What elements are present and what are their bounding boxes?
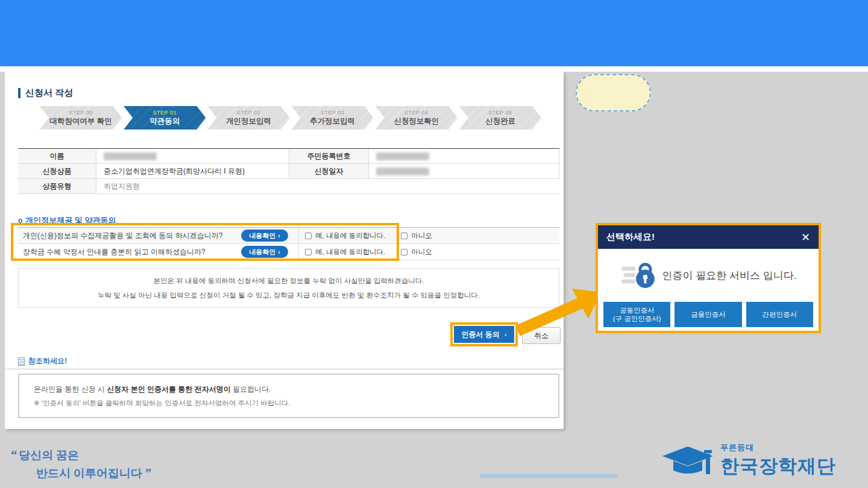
application-form-card: 신청서 작성 STEP 00 대학참여여부 확인 STEP 01 약관동의 ST… <box>5 72 564 429</box>
step-number: STEP 03 <box>321 110 344 116</box>
modal-header: 선택하세요! ✕ <box>598 225 819 249</box>
step-01-terms-agreement: STEP 01 약관동의 <box>124 106 206 130</box>
close-quote: ” <box>145 466 151 480</box>
rrn-label: 주민등록번호 <box>289 149 369 164</box>
applicant-info-table: 이름 주민등록번호 신청상품 중소기업취업연계장학금(희망사다리 I 유형) 신… <box>18 148 559 194</box>
financial-certificate-button[interactable]: 금융인증서 <box>675 302 741 327</box>
chevron-right-icon: › <box>278 249 280 255</box>
step-label: 추가정보입력 <box>310 116 355 127</box>
consent-section-title: o 개인정보제공 및 약관동의 <box>18 215 116 226</box>
consent-question: 개인(신용)정보의 수집제공활용 및 조회에 동의 하시겠습니까? <box>18 231 241 241</box>
consent-table: 개인(신용)정보의 수집제공활용 및 조회에 동의 하시겠습니까? 내용확인 ›… <box>18 227 559 260</box>
foundation-logo: 푸른등대 한국장학재단 <box>660 442 836 479</box>
title-accent-bar <box>18 88 20 98</box>
logo-tagline: 푸른등대 <box>720 442 836 453</box>
button-sublabel: (구 공인인증서) <box>613 315 661 322</box>
certificate-modal: 선택하세요! ✕ 인증이 필요한 서비스 입니다. 공동인증서 (구 공인인증서… <box>596 223 821 333</box>
chevron-right-icon: › <box>505 331 507 338</box>
joint-certificate-button[interactable]: 공동인증서 (구 공인인증서) <box>603 302 670 327</box>
step-label: 신청완료 <box>485 116 515 127</box>
redacted-rrn <box>376 152 429 160</box>
yes-label: 예, 내용에 동의합니다. <box>315 248 385 257</box>
view-content-label: 내용확인 <box>249 231 275 240</box>
step-05-complete: STEP 05 신청완료 <box>459 106 541 130</box>
close-icon[interactable]: ✕ <box>801 232 810 243</box>
agree-button-label: 인증서 동의 <box>461 330 499 340</box>
button-label: 공동인증서 <box>620 307 655 314</box>
step-number: STEP 02 <box>237 110 260 116</box>
certificate-agree-button[interactable]: 인증서 동의 › <box>454 326 514 343</box>
top-header-bar <box>0 0 868 66</box>
logo-text: 푸른등대 한국장학재단 <box>720 442 836 479</box>
consent-question: 장학금 수혜 약정서 안내를 충분히 읽고 이해하셨습니까? <box>18 247 241 257</box>
chevron-right-icon: › <box>278 233 280 239</box>
product-value: 중소기업취업연계장학금(희망사다리 I 유형) <box>96 164 289 179</box>
step-label: 신청정보확인 <box>394 116 439 127</box>
reference-box: 온라인을 통한 신청 시 신청자 본인 인증서를 통한 전자서명이 필요합니다.… <box>18 374 559 418</box>
screen: { "page": { "title": "신청서 작성" }, "steps"… <box>0 0 868 488</box>
lock-icon <box>620 261 655 290</box>
footer-slogan: “ 당신의 꿈은 반드시 이루어집니다 ” <box>11 446 150 483</box>
no-label: 아니오 <box>411 231 432 240</box>
checkbox-yes-2[interactable] <box>305 249 312 255</box>
step-03-additional-info: STEP 03 추가정보입력 <box>292 106 374 130</box>
checkbox-no-2[interactable] <box>401 249 407 255</box>
arrow-annotation <box>509 280 606 340</box>
redacted-date <box>376 167 429 175</box>
date-label: 신청일자 <box>289 164 369 179</box>
step-number: STEP 01 <box>153 110 177 116</box>
consent-choices: 예, 내용에 동의합니다. 아니오 <box>298 244 559 260</box>
checkbox-no-1[interactable] <box>401 233 407 239</box>
header-divider <box>0 66 868 72</box>
modal-body: 인증이 필요한 서비스 입니다. <box>598 249 819 302</box>
step-02-personal-info: STEP 02 개인정보입력 <box>207 106 289 130</box>
reference-line-2: ※ '인증서 동의' 버튼을 클릭하여 희망하는 인증서로 전자서명하여 주시기… <box>34 399 558 408</box>
certificate-options: 공동인증서 (구 공인인증서) 금융인증서 간편인증서 <box>598 302 819 327</box>
step-label: 대학참여여부 확인 <box>49 116 112 127</box>
consent-row-agreement: 장학금 수혜 약정서 안내를 충분히 읽고 이해하셨습니까? 내용확인 › 예,… <box>18 244 559 260</box>
highlight-box-agree-button: 인증서 동의 › <box>450 322 518 346</box>
step-number: STEP 05 <box>488 110 512 116</box>
reference-divider <box>5 369 564 369</box>
button-label: 간편인증서 <box>763 311 797 318</box>
notice-line-1: 본인은 위 내용에 동의하며 신청서에 필요한 정보를 누락 없이 사실만을 입… <box>153 277 424 286</box>
reference-title: 참조하세요! <box>28 356 67 366</box>
view-content-button-1[interactable]: 내용확인 › <box>241 230 288 242</box>
step-00-university-check: STEP 00 대학참여여부 확인 <box>40 106 122 130</box>
view-content-button-2[interactable]: 내용확인 › <box>241 246 288 258</box>
simple-certificate-button[interactable]: 간편인증서 <box>746 302 813 327</box>
type-label: 상품유형 <box>18 179 96 194</box>
page-title: 신청서 작성 <box>18 87 73 99</box>
type-value: 취업지원형 <box>96 179 559 194</box>
highlight-pill-annotation <box>576 74 651 111</box>
notice-line-2: 누락 및 사실 아닌 내용 입력으로 신청이 거절 될 수 있고, 장학금 지급… <box>98 291 480 300</box>
step-04-confirm-info: STEP 04 신청정보확인 <box>376 106 458 130</box>
step-progress: STEP 00 대학참여여부 확인 STEP 01 약관동의 STEP 02 개… <box>40 106 541 130</box>
logo-name: 한국장학재단 <box>720 454 836 479</box>
page-title-text: 신청서 작성 <box>25 87 73 99</box>
redacted-name <box>104 152 157 160</box>
yes-label: 예, 내용에 동의합니다. <box>315 231 385 240</box>
button-label: 금융인증서 <box>691 311 726 318</box>
step-number: STEP 04 <box>404 110 428 116</box>
document-icon <box>18 357 25 366</box>
date-value <box>369 164 559 179</box>
checkbox-yes-1[interactable] <box>305 233 312 239</box>
bullet-icon: o <box>18 216 22 225</box>
modal-message: 인증이 필요한 서비스 입니다. <box>662 269 797 283</box>
declaration-notice-box: 본인은 위 내용에 동의하며 신청서에 필요한 정보를 누락 없이 사실만을 입… <box>18 268 559 308</box>
rrn-value <box>369 149 559 164</box>
reference-line-1: 온라인을 통한 신청 시 신청자 본인 인증서를 통한 전자서명이 필요합니다. <box>34 384 558 395</box>
step-label: 개인정보입력 <box>226 116 271 127</box>
consent-section-title-text: 개인정보제공 및 약관동의 <box>25 215 116 226</box>
step-label: 약관동의 <box>149 116 180 127</box>
consent-row-privacy: 개인(신용)정보의 수집제공활용 및 조회에 동의 하시겠습니까? 내용확인 ›… <box>18 228 559 244</box>
name-value <box>96 149 289 164</box>
step-number: STEP 00 <box>69 110 92 116</box>
graduation-cap-icon <box>660 442 715 479</box>
name-label: 이름 <box>18 149 96 164</box>
slogan-line-1: 당신의 꿈은 <box>19 449 79 461</box>
product-label: 신청상품 <box>18 164 96 179</box>
slogan-line-2: 반드시 이루어집니다 <box>36 467 142 480</box>
view-content-label: 내용확인 <box>249 248 275 257</box>
